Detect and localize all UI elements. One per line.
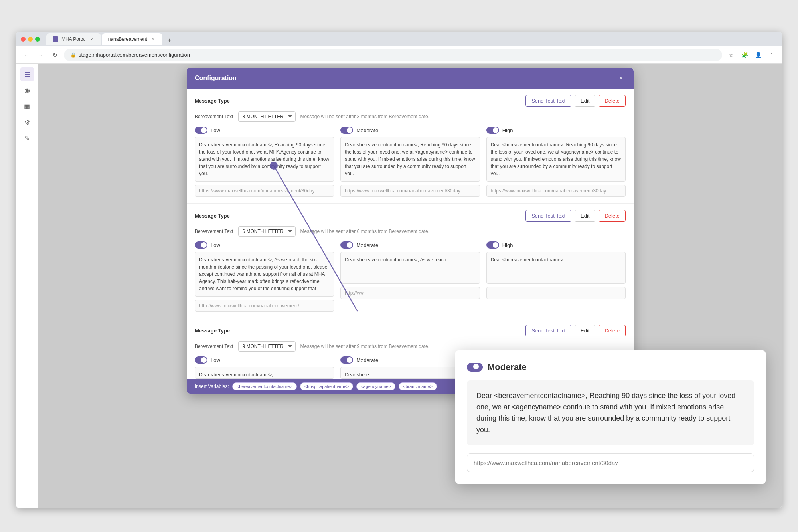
section-1-header: Message Type Send Test Text Edit Delete bbox=[195, 95, 626, 107]
level-high-2: High Dear <bereavementcontactname>, bbox=[486, 241, 626, 312]
section-2-header: Message Type Send Test Text Edit Delete bbox=[195, 210, 626, 222]
level-moderate-text-1: Dear <bereavementcontactname>, Reaching … bbox=[340, 137, 480, 182]
level-moderate-text-2: Dear <bereavementcontactname>, As we rea… bbox=[340, 252, 480, 284]
forward-button[interactable]: → bbox=[35, 49, 46, 61]
tab-close-icon[interactable]: × bbox=[150, 36, 156, 42]
edit-button-1[interactable]: Edit bbox=[575, 95, 595, 107]
send-test-text-button-3[interactable]: Send Test Text bbox=[525, 325, 571, 336]
level-high-text-2: Dear <bereavementcontactname>, bbox=[486, 252, 626, 284]
browser-titlebar: MHA Portal × nanaBereavement × + bbox=[16, 32, 782, 46]
back-button[interactable]: ← bbox=[21, 49, 32, 61]
level-low-1: Low Dear <bereavementcontactname>, Reach… bbox=[195, 127, 334, 197]
level-low-header-1: Low bbox=[195, 127, 334, 134]
configuration-modal: Configuration × Message Type Send Test T… bbox=[187, 68, 634, 394]
toggle-moderate-3[interactable] bbox=[340, 356, 353, 364]
delete-button-1[interactable]: Delete bbox=[598, 95, 626, 107]
browser-toolbar: ← → ↻ 🔒 stage.mhaportal.com/bereavement/… bbox=[16, 46, 782, 64]
modal-close-button[interactable]: × bbox=[616, 73, 626, 83]
app-main: Configuration × Message Type Send Test T… bbox=[38, 64, 782, 508]
tab-mha-portal[interactable]: MHA Portal × bbox=[46, 33, 101, 45]
level-low-name-1: Low bbox=[211, 127, 220, 133]
letter-select-1[interactable]: 3 MONTH LETTER 6 MONTH LETTER 9 MONTH LE… bbox=[238, 111, 296, 122]
level-columns-2: Low Dear <bereavementcontactname>, As we… bbox=[195, 241, 626, 312]
toggle-low-1[interactable] bbox=[195, 127, 207, 134]
level-high-1: High Dear <bereavementcontactname>, Reac… bbox=[486, 127, 626, 197]
modal-header: Configuration × bbox=[187, 68, 634, 89]
minimize-button[interactable] bbox=[28, 37, 33, 42]
level-moderate-url-2[interactable] bbox=[340, 287, 480, 299]
level-high-name-2: High bbox=[502, 242, 513, 248]
tab-label: nanaBereavement bbox=[108, 36, 147, 42]
meta-note-2: Message will be sent after 6 months from… bbox=[300, 229, 430, 234]
delete-button-2[interactable]: Delete bbox=[598, 210, 626, 222]
variable-chip-0[interactable]: <bereavementcontactname> bbox=[232, 382, 297, 390]
toggle-high-2[interactable] bbox=[486, 241, 499, 249]
account-icon[interactable]: 👤 bbox=[753, 49, 764, 61]
reload-button[interactable]: ↻ bbox=[49, 49, 61, 61]
letter-select-2[interactable]: 3 MONTH LETTER 6 MONTH LETTER 9 MONTH LE… bbox=[238, 226, 296, 237]
close-button[interactable] bbox=[21, 37, 26, 42]
edit-button-3[interactable]: Edit bbox=[575, 325, 595, 336]
browser-tabs: MHA Portal × nanaBereavement × + bbox=[46, 33, 174, 45]
browser-content: ☰ ◉ ▦ ⚙ ✎ Configuration × bbox=[16, 64, 782, 508]
level-low-text-3: Dear <bereavementcontactname>, bbox=[195, 367, 334, 379]
level-moderate-1: Moderate Dear <bereavementcontactname>, … bbox=[340, 127, 480, 197]
level-moderate-url-1[interactable] bbox=[340, 185, 480, 197]
variable-chip-2[interactable]: <agencyname> bbox=[356, 382, 395, 390]
modal-title: Configuration bbox=[195, 75, 237, 82]
modal-body: Message Type Send Test Text Edit Delete … bbox=[187, 89, 634, 394]
toggle-low-3[interactable] bbox=[195, 356, 207, 364]
browser-controls bbox=[21, 37, 40, 42]
address-bar[interactable]: 🔒 stage.mhaportal.com/bereavement/config… bbox=[64, 49, 722, 61]
meta-note-1: Message will be sent after 3 months from… bbox=[300, 114, 430, 119]
popup-url-input[interactable] bbox=[467, 453, 754, 472]
bookmark-icon[interactable]: ☆ bbox=[725, 49, 737, 61]
maximize-button[interactable] bbox=[35, 37, 40, 42]
toggle-moderate-2[interactable] bbox=[340, 241, 353, 249]
level-moderate-2: Moderate Dear <bereavementcontactname>, … bbox=[340, 241, 480, 312]
address-text: stage.mhaportal.com/bereavement/configur… bbox=[79, 52, 190, 58]
level-moderate-name-1: Moderate bbox=[356, 127, 378, 133]
variable-chip-1[interactable]: <hospicepatientname> bbox=[300, 382, 353, 390]
level-high-url-2[interactable] bbox=[486, 287, 626, 299]
sidebar-settings-icon[interactable]: ⚙ bbox=[20, 115, 34, 129]
toggle-high-1[interactable] bbox=[486, 127, 499, 134]
bereavement-text-label-1: Bereavement Text bbox=[195, 114, 233, 119]
sidebar-edit-icon[interactable]: ✎ bbox=[20, 131, 34, 145]
level-columns-1: Low Dear <bereavementcontactname>, Reach… bbox=[195, 127, 626, 197]
section-3-actions: Send Test Text Edit Delete bbox=[525, 325, 626, 336]
sidebar-grid-icon[interactable]: ▦ bbox=[20, 99, 34, 113]
level-high-header-2: High bbox=[486, 241, 626, 249]
bereavement-text-label-3: Bereavement Text bbox=[195, 344, 233, 349]
browser-window: MHA Portal × nanaBereavement × + ← → ↻ 🔒… bbox=[16, 32, 782, 508]
section-1-actions: Send Test Text Edit Delete bbox=[525, 95, 626, 107]
send-test-text-button-2[interactable]: Send Test Text bbox=[525, 210, 571, 222]
bereavement-text-label-2: Bereavement Text bbox=[195, 229, 233, 234]
variable-chip-3[interactable]: <branchname> bbox=[399, 382, 437, 390]
section-1-meta: Bereavement Text 3 MONTH LETTER 6 MONTH … bbox=[195, 111, 626, 122]
popup-toggle[interactable] bbox=[467, 363, 483, 372]
tab-nana-bereavement[interactable]: nanaBereavement × bbox=[102, 33, 162, 45]
toggle-moderate-1[interactable] bbox=[340, 127, 353, 134]
level-low-text-1: Dear <bereavementcontactname>, Reaching … bbox=[195, 137, 334, 182]
send-test-text-button-1[interactable]: Send Test Text bbox=[525, 95, 571, 107]
new-tab-button[interactable]: + bbox=[165, 36, 174, 45]
menu-icon[interactable]: ⋮ bbox=[766, 49, 777, 61]
sidebar-home-icon[interactable]: ◉ bbox=[20, 83, 34, 97]
sidebar-menu-icon[interactable]: ☰ bbox=[20, 67, 34, 81]
message-section-1: Message Type Send Test Text Edit Delete … bbox=[187, 89, 634, 204]
level-high-url-1[interactable] bbox=[486, 185, 626, 197]
section-2-actions: Send Test Text Edit Delete bbox=[525, 210, 626, 222]
toggle-low-2[interactable] bbox=[195, 241, 207, 249]
extensions-icon[interactable]: 🧩 bbox=[739, 49, 750, 61]
meta-note-3: Message will be sent after 9 months from… bbox=[300, 344, 430, 349]
delete-button-3[interactable]: Delete bbox=[598, 325, 626, 336]
edit-button-2[interactable]: Edit bbox=[575, 210, 595, 222]
lock-icon: 🔒 bbox=[70, 52, 76, 58]
level-low-url-2[interactable] bbox=[195, 300, 334, 312]
app-sidebar: ☰ ◉ ▦ ⚙ ✎ bbox=[16, 64, 38, 508]
letter-select-3[interactable]: 3 MONTH LETTER 6 MONTH LETTER 9 MONTH LE… bbox=[238, 341, 296, 352]
level-low-name-3: Low bbox=[211, 357, 220, 363]
tab-close-icon[interactable]: × bbox=[89, 36, 95, 42]
level-low-url-1[interactable] bbox=[195, 185, 334, 197]
